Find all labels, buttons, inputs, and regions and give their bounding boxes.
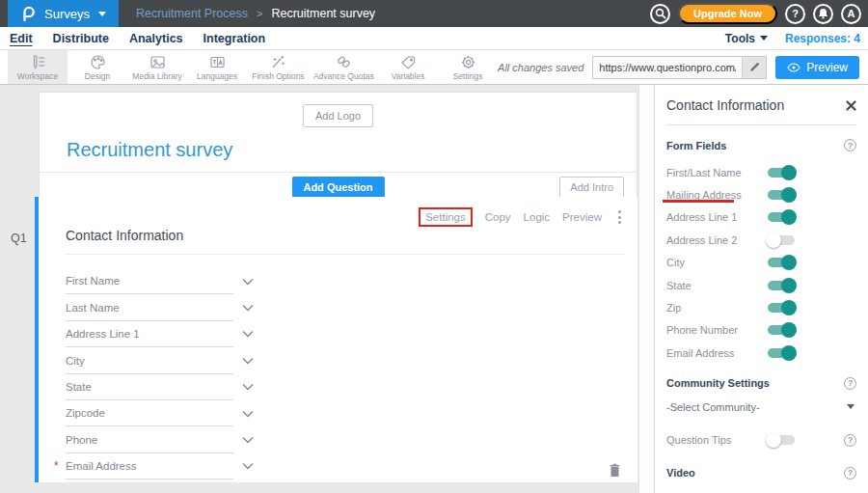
question-card[interactable]: Settings Copy Logic Preview Contact Info…	[35, 197, 637, 482]
help-icon[interactable]	[844, 434, 856, 447]
question-settings-panel: Contact Information Form Fields First/La…	[654, 85, 868, 493]
notifications-button[interactable]	[813, 4, 833, 24]
city-field[interactable]: City	[66, 347, 233, 373]
question-copy-button[interactable]: Copy	[485, 211, 511, 223]
add-question-button[interactable]: Add Question	[291, 177, 384, 198]
toolbar-right: All changes saved Preview	[498, 50, 868, 84]
video-heading: Video	[666, 467, 695, 479]
chevron-down-icon[interactable]	[242, 357, 254, 365]
add-logo-button[interactable]: Add Logo	[303, 104, 373, 127]
question-preview-button[interactable]: Preview	[562, 211, 602, 223]
chevron-down-icon	[98, 12, 106, 16]
toggle-label: City	[666, 257, 685, 268]
address-line-1-toggle[interactable]	[768, 212, 795, 222]
toolbar-item-languages[interactable]: Languages	[187, 50, 247, 84]
toolbar-item-label: Media Library	[132, 71, 182, 81]
delete-question-button[interactable]	[609, 463, 621, 478]
close-panel-button[interactable]	[846, 100, 856, 111]
chevron-down-icon[interactable]	[242, 330, 254, 338]
toolbar-item-finish-options[interactable]: Finish Options	[247, 50, 309, 84]
email-address-toggle[interactable]	[768, 348, 795, 358]
first-last-name-toggle[interactable]	[768, 168, 795, 178]
toolbar-item-label: Finish Options	[252, 71, 304, 81]
chevron-down-icon[interactable]	[242, 304, 254, 312]
first-name-field[interactable]: First Name	[66, 268, 233, 294]
last-name-field[interactable]: Last Name	[66, 294, 233, 320]
tools-menu-label: Tools	[725, 32, 755, 45]
autosave-status: All changes saved	[498, 62, 583, 73]
phone-field[interactable]: Phone	[66, 426, 233, 452]
question-title[interactable]: Contact Information	[66, 228, 625, 255]
upgrade-now-button[interactable]: Upgrade Now	[678, 3, 777, 24]
search-button[interactable]	[650, 4, 670, 24]
field-row-address-line-1: Address Line 1	[66, 321, 278, 347]
survey-url-input[interactable]	[593, 62, 742, 73]
tab-integration[interactable]: Integration	[203, 32, 266, 45]
toggle-row-address-line-2: Address Line 2	[666, 229, 856, 251]
state-toggle[interactable]	[768, 281, 795, 290]
red-annotation-underline	[663, 200, 734, 203]
design-icon	[89, 54, 107, 70]
zipcode-field[interactable]: Zipcode	[66, 400, 233, 426]
toolbar-item-workspace[interactable]: Workspace	[8, 50, 68, 84]
toolbar-item-settings[interactable]: Settings	[438, 50, 498, 84]
preview-button[interactable]: Preview	[775, 56, 859, 79]
toolbar-item-media-library[interactable]: Media Library	[127, 50, 187, 84]
email-address-field[interactable]: Email Address	[66, 453, 233, 479]
tab-edit[interactable]: Edit	[10, 32, 33, 45]
breadcrumb-folder[interactable]: Recruitment Process	[136, 7, 248, 20]
city-toggle[interactable]	[768, 258, 795, 267]
add-intro-button[interactable]: Add Intro	[559, 177, 624, 198]
chevron-down-icon[interactable]	[242, 383, 254, 391]
trash-icon	[609, 463, 621, 478]
help-icon[interactable]	[844, 467, 856, 479]
question-settings-button[interactable]: Settings	[419, 207, 473, 227]
chevron-down-icon[interactable]	[242, 436, 254, 444]
toggle-row-city: City	[666, 252, 856, 274]
tab-analytics[interactable]: Analytics	[129, 32, 183, 45]
community-settings-heading: Community Settings	[666, 377, 770, 389]
field-row-last-name: Last Name	[66, 294, 278, 320]
help-button[interactable]	[785, 4, 805, 24]
question-more-menu[interactable]	[614, 208, 625, 226]
toolbar-item-design[interactable]: Design	[68, 50, 127, 84]
address-line-1-field[interactable]: Address Line 1	[66, 321, 233, 347]
video-select[interactable]: None	[666, 486, 856, 493]
state-field[interactable]: State	[66, 374, 233, 400]
field-row-email-address: * Email Address	[66, 453, 278, 479]
community-select[interactable]: -Select Community-	[666, 397, 856, 418]
edit-url-button[interactable]	[742, 57, 766, 78]
address-line-2-toggle[interactable]	[768, 235, 795, 245]
media-library-icon	[149, 54, 167, 70]
tab-distribute[interactable]: Distribute	[53, 32, 109, 45]
avatar[interactable]: A	[841, 4, 861, 24]
workspace-icon	[29, 54, 47, 70]
tools-menu[interactable]: Tools	[725, 32, 768, 45]
chevron-down-icon[interactable]	[242, 410, 254, 418]
toolbar-item-variables[interactable]: Variables	[378, 50, 438, 84]
top-bar: Surveys Recruitment Process > Recruitmen…	[0, 0, 868, 27]
mailing-address-toggle[interactable]	[768, 190, 795, 200]
toolbar-item-advance-quotas[interactable]: Advance Quotas	[310, 50, 378, 84]
bell-icon	[818, 8, 828, 19]
settings-icon	[459, 54, 477, 70]
contact-form-fields: First Name Last Name Address Line 1 City…	[66, 268, 637, 479]
field-row-first-name: First Name	[66, 268, 278, 294]
help-icon[interactable]	[844, 139, 856, 151]
responses-link[interactable]: Responses: 4	[785, 32, 860, 45]
chevron-down-icon[interactable]	[242, 278, 254, 286]
breadcrumb-separator: >	[257, 8, 262, 19]
survey-title[interactable]: Recruitment survey	[67, 139, 623, 161]
chevron-down-icon[interactable]	[242, 462, 254, 470]
toggle-label: State	[666, 280, 692, 291]
community-select-value: -Select Community-	[666, 401, 760, 413]
canvas-scrollbar[interactable]	[638, 85, 654, 493]
toggle-label: Address Line 2	[666, 234, 737, 246]
question-logic-button[interactable]: Logic	[524, 211, 551, 223]
help-icon[interactable]	[844, 377, 856, 390]
question-tips-toggle[interactable]	[768, 435, 795, 445]
phone-number-toggle[interactable]	[768, 325, 795, 335]
surveys-product-menu[interactable]: Surveys	[8, 0, 119, 27]
toggle-row-mailing-address: Mailing Address	[666, 183, 856, 205]
zip-toggle[interactable]	[768, 303, 795, 313]
